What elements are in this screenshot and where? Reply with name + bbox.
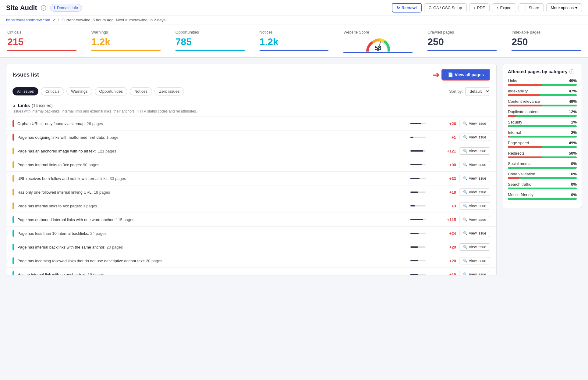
stat-label: Opportunities xyxy=(175,30,245,34)
pdf-button[interactable]: ↓ PDF xyxy=(469,3,490,12)
issue-bar-fill xyxy=(410,260,418,261)
affected-pct: 47% xyxy=(569,89,577,93)
view-issue-button[interactable]: 🔍 View issue xyxy=(459,216,490,223)
affected-categories: Links 49% Indexability 47% Content relev… xyxy=(508,78,577,200)
affected-category-row: Search traffic 0% xyxy=(508,182,577,189)
header-left: Site Audit ? ℹ Domain info xyxy=(6,4,82,12)
issue-severity-indicator xyxy=(12,216,14,223)
issue-bar xyxy=(410,246,435,248)
search-icon: 🔍 xyxy=(463,272,468,275)
issue-bar xyxy=(410,274,435,275)
more-options-button[interactable]: More options ▾ xyxy=(546,3,582,12)
affected-pct: 2% xyxy=(571,130,577,135)
stat-card-criticals: Criticals 215 xyxy=(0,24,84,57)
view-issue-button[interactable]: 🔍 View issue xyxy=(459,230,490,237)
issue-bar-track xyxy=(410,219,426,220)
affected-bar-red xyxy=(508,105,542,106)
stat-card-opportunities: Opportunities 785 xyxy=(168,24,252,57)
sub-header: https://sureshotbrew.com ↗ • Current cra… xyxy=(0,16,588,24)
view-issue-button[interactable]: 🔍 View issue xyxy=(459,134,490,141)
issue-bar-fill xyxy=(410,219,423,220)
export-button[interactable]: ↑ Export xyxy=(492,3,516,12)
domain-info-button[interactable]: ℹ Domain info xyxy=(50,4,82,12)
site-url-link[interactable]: https://sureshotbrew.com xyxy=(6,18,50,22)
affected-bar xyxy=(508,177,577,179)
view-issue-button[interactable]: 🔍 View issue xyxy=(459,243,490,251)
affected-category-row: Page speed 49% xyxy=(508,141,577,148)
collapse-icon[interactable]: ▲ xyxy=(12,103,16,108)
issue-severity-indicator xyxy=(12,189,14,195)
filter-tab-opportunities[interactable]: Opportunities xyxy=(95,87,127,95)
page-icon: 📄 xyxy=(448,72,453,77)
affected-info-icon[interactable]: i xyxy=(569,69,574,74)
issue-delta: +121 xyxy=(438,149,456,153)
issue-bar-fill xyxy=(410,233,419,234)
stat-card-indexable-pages: Indexable pages 250 xyxy=(504,24,588,57)
issue-pages: 24 pages xyxy=(90,231,107,236)
issue-pages: 1 page xyxy=(106,135,119,140)
search-icon: 🔍 xyxy=(463,176,468,181)
affected-bar-red xyxy=(508,146,542,148)
page-title: Site Audit xyxy=(6,4,37,12)
sort-row: Sort by: default xyxy=(449,87,490,95)
issue-delta: +18 xyxy=(438,190,456,195)
ga-gsc-button[interactable]: G GA / GSC Setup xyxy=(424,3,467,12)
affected-bar xyxy=(508,84,577,86)
filter-tab-criticals[interactable]: Criticals xyxy=(41,87,64,95)
filter-tab-all-issues[interactable]: All issues xyxy=(12,87,38,95)
issue-delta: +1 xyxy=(438,135,456,140)
filter-tabs: All issuesCriticalsWarningsOpportunities… xyxy=(12,87,184,95)
affected-bar xyxy=(508,156,577,158)
filter-tab-notices[interactable]: Notices xyxy=(130,87,152,95)
stat-value: 1.2k xyxy=(91,36,161,48)
issue-text: Page has incoming followed links that do… xyxy=(17,259,407,263)
help-icon[interactable]: ? xyxy=(41,5,46,11)
affected-label: Mobile friendly xyxy=(508,192,533,197)
stat-bar xyxy=(260,50,329,51)
view-issue-button[interactable]: 🔍 View issue xyxy=(459,147,490,155)
affected-bar xyxy=(508,167,577,169)
issue-bar-track xyxy=(410,205,426,206)
view-all-pages-button[interactable]: 📄 View all pages xyxy=(441,69,490,81)
stat-bar xyxy=(7,50,76,51)
share-icon: ⋮ xyxy=(523,5,527,10)
issue-delta: +20 xyxy=(438,259,456,263)
search-icon: 🔍 xyxy=(463,231,468,235)
affected-title: Affected pages by category i xyxy=(508,69,577,74)
issue-bar xyxy=(410,192,435,193)
affected-bar xyxy=(508,94,577,96)
view-issue-button[interactable]: 🔍 View issue xyxy=(459,175,490,182)
view-issue-button[interactable]: 🔍 View issue xyxy=(459,257,490,264)
issue-text: Page has internal links to 4xx pages: 3 … xyxy=(17,204,407,208)
view-issue-button[interactable]: 🔍 View issue xyxy=(459,188,490,196)
issue-row: Page has outgoing links with malformed h… xyxy=(6,130,496,144)
sort-select[interactable]: default xyxy=(465,87,490,95)
affected-category-row: Redirects 50% xyxy=(508,151,577,158)
affected-pct: 1% xyxy=(571,120,577,124)
crawling-status: Current crawling: 6 hours ago xyxy=(62,18,114,22)
view-issue-button[interactable]: 🔍 View issue xyxy=(459,202,490,210)
affected-category-row: Content relevance 49% xyxy=(508,99,577,106)
recrawl-button[interactable]: ↻ Recrawl xyxy=(392,3,422,13)
issue-bar-track xyxy=(410,233,426,234)
affected-category-row: Internal 2% xyxy=(508,130,577,138)
share-button[interactable]: ⋮ Share xyxy=(519,3,544,12)
issue-bar xyxy=(410,260,435,261)
view-issue-button[interactable]: 🔍 View issue xyxy=(459,271,490,275)
stat-label: Website Score xyxy=(343,30,413,34)
filter-tab-warnings[interactable]: Warnings xyxy=(66,87,92,95)
view-issue-button[interactable]: 🔍 View issue xyxy=(459,161,490,168)
issue-bar-fill xyxy=(410,192,418,193)
filter-tab-zero-issues[interactable]: Zero issues xyxy=(154,87,184,95)
issue-bar xyxy=(410,123,435,124)
issue-severity-indicator xyxy=(12,134,14,141)
view-issue-button[interactable]: 🔍 View issue xyxy=(459,120,490,127)
category-header: ▲ Links (14 issues) xyxy=(6,99,496,109)
affected-bar xyxy=(508,115,577,117)
domain-info-icon: ℹ xyxy=(54,5,55,10)
issue-pages: 33 pages xyxy=(110,176,126,181)
stat-value: 1.2k xyxy=(260,36,329,48)
issue-delta: +19 xyxy=(438,272,456,275)
stat-value: 250 xyxy=(427,36,497,48)
header: Site Audit ? ℹ Domain info ↻ Recrawl G G… xyxy=(0,0,588,16)
